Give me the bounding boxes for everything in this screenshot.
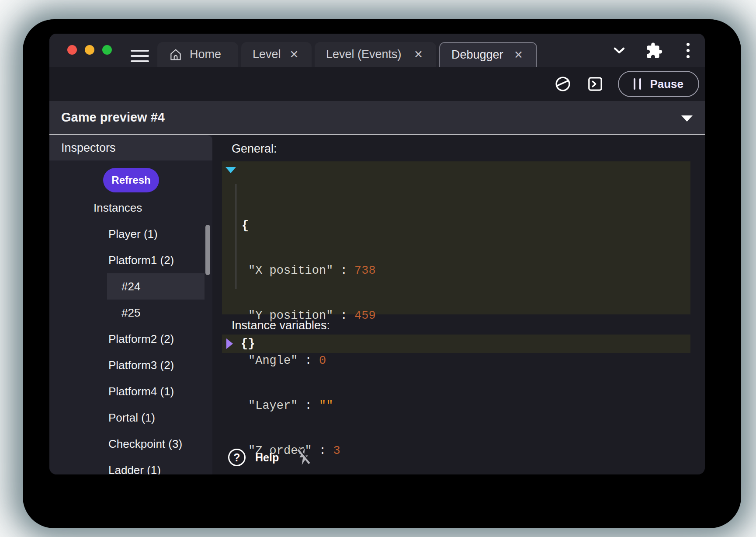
instance-variables-heading: Instance variables: (232, 319, 330, 332)
empty-object: {} (241, 337, 255, 350)
traffic-lights (67, 45, 112, 55)
zoom-window-button[interactable] (102, 45, 112, 55)
tree-item-platform3[interactable]: Platform3 (2) (49, 352, 212, 378)
debugger-content: Inspectors Refresh Instances Player (1) … (49, 135, 705, 474)
json-row-x-position: "X position" : 738 (222, 261, 690, 280)
json-row-angle: "Angle" : 0 (222, 351, 690, 370)
more-options-kebab-icon[interactable] (684, 34, 692, 67)
close-window-button[interactable] (67, 45, 77, 55)
tab-level-events[interactable]: Level (Events) ✕ (315, 42, 436, 67)
tree-collapsed-arrow-icon[interactable] (226, 338, 233, 349)
flash-off-icon[interactable] (295, 446, 313, 468)
pause-button-label: Pause (650, 77, 683, 91)
inspector-detail-panel: General: { "X position" : 738 "Y positio… (212, 135, 705, 474)
tab-debugger[interactable]: Debugger ✕ (439, 42, 537, 67)
tab-strip: Home Level ✕ Level (Events) ✕ Debugger ✕ (157, 42, 537, 67)
tree-item-instances[interactable]: Instances (49, 195, 212, 221)
screenshot-stage: Home Level ✕ Level (Events) ✕ Debugger ✕ (0, 0, 756, 537)
pause-icon (634, 78, 641, 90)
tree-item-portal[interactable]: Portal (1) (49, 404, 212, 431)
inspectors-header-label: Inspectors (61, 141, 116, 155)
help-question-icon[interactable]: ? (228, 449, 246, 466)
tree-expanded-arrow-icon[interactable] (225, 167, 236, 173)
tree-item-instance-24[interactable]: #24 (49, 273, 212, 300)
indent-guide (236, 184, 236, 289)
close-tab-icon[interactable]: ✕ (288, 47, 301, 62)
tab-label: Level (253, 48, 281, 61)
instances-tree: Instances Player (1) Platform1 (2) #24 #… (49, 195, 212, 474)
hamburger-menu-icon[interactable] (131, 50, 149, 62)
tab-home[interactable]: Home (157, 42, 238, 67)
tab-level[interactable]: Level ✕ (241, 42, 312, 67)
tab-label: Debugger (451, 48, 503, 62)
pause-button[interactable]: Pause (618, 71, 699, 97)
extensions-puzzle-icon[interactable] (645, 34, 663, 67)
instance-variables-view: {} (222, 335, 690, 353)
tree-item-checkpoint[interactable]: Checkpoint (3) (49, 431, 212, 457)
profiler-gauge-icon[interactable] (553, 74, 572, 94)
tree-item-platform4[interactable]: Platform4 (1) (49, 378, 212, 404)
debugger-toolbar: Pause (49, 67, 705, 101)
general-section-heading: General: (232, 142, 277, 156)
help-label[interactable]: Help (255, 451, 279, 464)
gdevelop-debugger-window: Home Level ✕ Level (Events) ✕ Debugger ✕ (49, 34, 705, 474)
tab-label: Level (Events) (326, 48, 402, 61)
tabs-overflow-chevron-icon[interactable] (610, 34, 628, 67)
sidebar-scrollbar-thumb[interactable] (205, 225, 210, 275)
home-icon (169, 48, 183, 62)
refresh-button[interactable]: Refresh (103, 168, 159, 192)
tree-item-instance-25[interactable]: #25 (49, 300, 212, 326)
game-preview-selector[interactable]: Game preview #4 (49, 101, 705, 135)
inspectors-sidebar: Inspectors Refresh Instances Player (1) … (49, 135, 212, 474)
general-json-view: { "X position" : 738 "Y position" : 459 … (222, 161, 690, 314)
dropdown-caret-icon[interactable] (681, 115, 693, 122)
tree-item-ladder[interactable]: Ladder (1) (49, 457, 212, 474)
tree-item-player[interactable]: Player (1) (49, 221, 212, 247)
tree-item-platform2[interactable]: Platform2 (2) (49, 326, 212, 352)
tab-label: Home (190, 48, 221, 61)
minimize-window-button[interactable] (85, 45, 94, 55)
tab-bar: Home Level ✕ Level (Events) ✕ Debugger ✕ (49, 34, 705, 67)
game-preview-title: Game preview #4 (61, 110, 165, 125)
console-icon[interactable] (586, 74, 605, 94)
close-tab-icon[interactable]: ✕ (412, 47, 425, 62)
json-row-layer: "Layer" : "" (222, 396, 690, 415)
tree-item-platform1[interactable]: Platform1 (2) (49, 247, 212, 273)
inspectors-header: Inspectors (49, 135, 212, 160)
close-tab-icon[interactable]: ✕ (512, 48, 525, 62)
panel-footer: ? Help (228, 446, 313, 468)
